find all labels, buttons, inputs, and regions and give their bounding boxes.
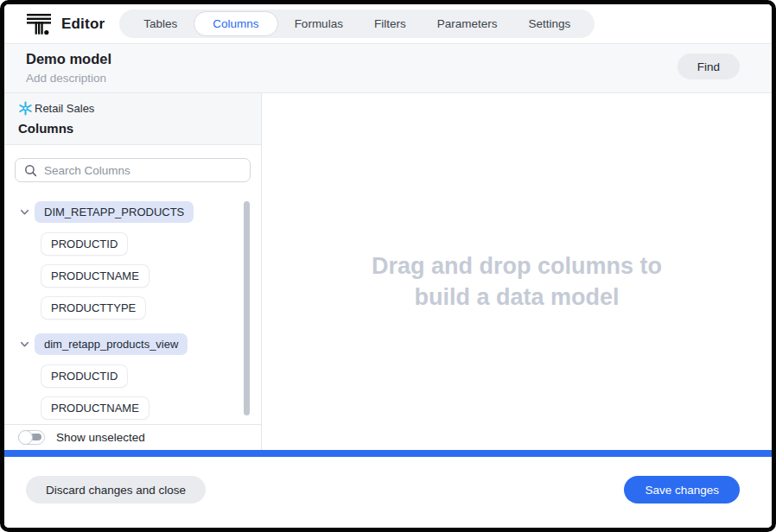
source-name[interactable]: Retail Sales [35,102,94,115]
table-chip[interactable]: dim_retapp_products_view [35,333,188,355]
discard-changes-button[interactable]: Discard changes and close [26,476,206,504]
snowflake-icon [18,101,33,116]
page-title[interactable]: Demo model [26,51,741,67]
app-title: Editor [61,16,105,33]
source-row: Retail Sales [18,101,249,116]
search-box[interactable] [15,158,251,182]
chevron-down-icon[interactable] [17,338,31,352]
editor-window: Editor TablesColumnsFormulasFiltersParam… [0,0,776,532]
search-icon [24,164,37,177]
accent-divider-bar [4,450,772,457]
table-chip[interactable]: DIM_RETAPP_PRODUCTS [35,201,194,223]
tab-formulas[interactable]: Formulas [280,11,358,36]
scrollbar-thumb[interactable] [244,201,250,415]
find-button[interactable]: Find [677,54,740,79]
chevron-down-icon[interactable] [17,206,31,219]
tab-parameters[interactable]: Parameters [423,11,512,36]
top-toolbar: Editor TablesColumnsFormulasFiltersParam… [4,4,772,44]
tab-columns[interactable]: Columns [194,11,277,36]
column-row: PRODUCTNAME [41,265,261,287]
column-chip[interactable]: PRODUCTNAME [41,397,149,419]
sidebar-footer: Show unselected [4,424,261,450]
table-group: DIM_RETAPP_PRODUCTSPRODUCTIDPRODUCTNAMEP… [17,201,261,319]
canvas-placeholder-line1: Drag and drop columns to [372,251,662,282]
tab-bar: TablesColumnsFormulasFiltersParametersSe… [119,10,595,38]
search-input[interactable] [44,164,241,177]
toggle-label: Show unselected [56,431,145,444]
description-placeholder[interactable]: Add description [26,72,741,85]
body: Retail Sales Columns DIM_RETAPP_PRODUCTS… [4,93,772,450]
columns-sidebar: Retail Sales Columns DIM_RETAPP_PRODUCTS… [4,93,262,450]
tab-filters[interactable]: Filters [359,11,421,36]
table-group: dim_retapp_products_viewPRODUCTIDPRODUCT… [17,333,261,419]
column-row: PRODUCTID [41,233,261,255]
table-group-header: DIM_RETAPP_PRODUCTS [17,201,261,223]
model-canvas[interactable]: Drag and drop columns to build a data mo… [262,93,772,450]
tab-settings[interactable]: Settings [513,11,585,36]
table-group-header: dim_retapp_products_view [17,333,261,355]
toggle-knob [18,430,33,445]
sigma-logo-icon [26,11,52,37]
column-row: PRODUCTNAME [41,397,261,419]
tab-tables[interactable]: Tables [129,11,192,36]
section-title: Columns [18,121,249,136]
column-chip[interactable]: PRODUCTID [41,233,127,255]
document-header: Demo model Add description Find [4,44,772,93]
canvas-placeholder-line2: build a data model [372,282,662,314]
column-chip[interactable]: PRODUCTNAME [41,265,149,287]
column-row: PRODUCTTYPE [41,297,261,319]
columns-tree: DIM_RETAPP_PRODUCTSPRODUCTIDPRODUCTNAMEP… [4,182,261,424]
action-footer: Discard changes and close Save changes [4,457,772,528]
column-chip[interactable]: PRODUCTID [41,365,127,387]
save-changes-button[interactable]: Save changes [624,476,740,504]
canvas-placeholder-text: Drag and drop columns to build a data mo… [372,251,662,313]
column-chip[interactable]: PRODUCTTYPE [41,297,145,319]
column-row: PRODUCTID [41,365,261,387]
show-unselected-toggle[interactable] [18,430,45,445]
source-header: Retail Sales Columns [4,93,261,145]
